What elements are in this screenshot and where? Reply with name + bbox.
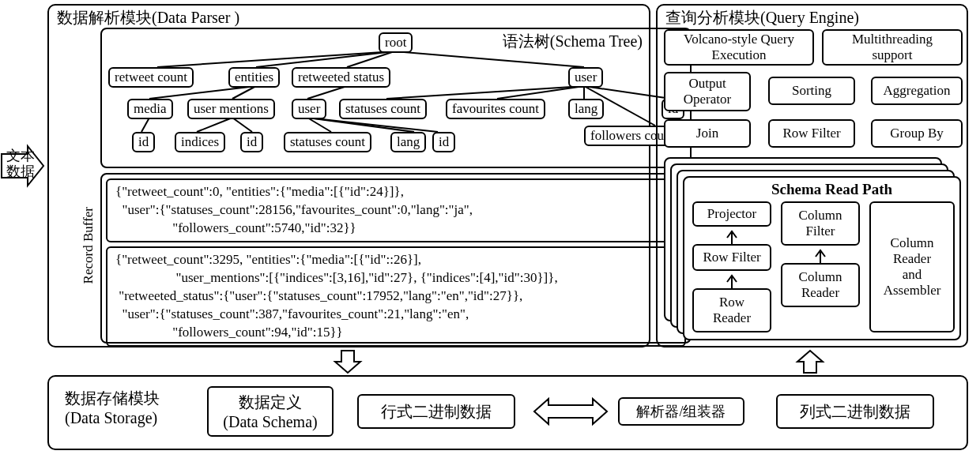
svg-line-1 [256, 51, 394, 67]
row-filter2-box: Row Filter [692, 244, 771, 271]
node-id2: id [240, 132, 263, 152]
input-arrow: 文本 数据 [0, 142, 47, 193]
bidir-arrow [531, 394, 610, 429]
svg-line-2 [347, 51, 394, 67]
sorting-box: Sorting [768, 77, 855, 105]
node-lang: lang [568, 99, 604, 119]
column-reader-assembler-box: Column Reader and Assembler [869, 201, 955, 332]
row-reader-box: Row Reader [692, 288, 771, 332]
node-id3: id [432, 132, 455, 152]
arrow-up-1 [726, 228, 738, 244]
group-by-box: Group By [871, 119, 963, 148]
svg-line-17 [307, 118, 438, 132]
schema-read-path-stack: Schema Read Path Projector Row Filter Ro… [664, 157, 963, 340]
node-id1: id [132, 132, 155, 152]
node-retweeted-status: retweeted status [292, 67, 390, 88]
row-binary-box: 行式二进制数据 [357, 394, 515, 429]
query-engine-panel: 查询分析模块(Query Engine) Volcano-style Query… [656, 4, 968, 347]
schema-tree-panel: 语法树(Schema Tree) [100, 28, 692, 168]
svg-line-13 [197, 118, 232, 132]
schema-en: (Data Schema) [223, 413, 317, 431]
node-statuses-count2: statuses count [284, 132, 371, 152]
data-storage-panel: 数据存储模块 (Data Storage) 数据定义 (Data Schema)… [47, 375, 968, 450]
record-buffer-label: Record Buffer [81, 207, 96, 284]
node-user: user [568, 67, 603, 88]
row-filter-box: Row Filter [768, 119, 855, 148]
arrow-up-query [794, 349, 826, 374]
node-root: root [379, 32, 413, 53]
arrow-up-2 [726, 272, 738, 288]
schema-tree-title: 语法树(Schema Tree) [503, 31, 643, 52]
column-filter-box: Column Filter [781, 201, 860, 246]
node-statuses-count: statuses count [339, 99, 427, 119]
parser-title: 数据解析模块(Data Parser ) [57, 7, 239, 28]
svg-line-7 [386, 86, 584, 99]
json-record-1: {"retweet_count":0, "entities":{"media":… [106, 178, 686, 242]
node-indices: indices [175, 132, 225, 152]
svg-line-15 [307, 118, 331, 132]
query-title: 查询分析模块(Query Engine) [665, 7, 859, 28]
node-entities: entities [228, 67, 280, 88]
column-reader-box: Column Reader [781, 263, 860, 307]
storage-title-en: (Data Storage) [65, 409, 160, 427]
input-label: 文本 数据 [6, 148, 35, 180]
node-media: media [127, 99, 173, 119]
svg-line-14 [232, 118, 252, 132]
arrow-down-parser [332, 349, 364, 374]
node-retweet-count: retweet count [108, 67, 194, 88]
schema-cn: 数据定义 [239, 392, 302, 413]
parser-assembler-box: 解析器/组装器 [618, 397, 744, 426]
output-operator-box: Output Operator [664, 72, 751, 111]
storage-title-cn: 数据存储模块 [65, 388, 160, 409]
multithreading-box: Multithreading support [822, 29, 963, 66]
record-buffer-panel: {"retweet_count":0, "entities":{"media":… [100, 173, 692, 344]
svg-line-0 [157, 51, 394, 67]
col-binary-box: 列式二进制数据 [776, 394, 934, 429]
node-user-mentions: user mentions [187, 99, 275, 119]
svg-line-6 [307, 86, 347, 99]
node-lang2: lang [390, 132, 426, 152]
aggregation-box: Aggregation [871, 77, 963, 105]
projector-box: Projector [692, 201, 771, 227]
svg-line-5 [232, 86, 256, 99]
svg-line-4 [149, 86, 256, 99]
node-user2: user [292, 99, 326, 119]
data-parser-panel: 数据解析模块(Data Parser ) 语法树(Schema Tree) [47, 4, 650, 347]
arrow-up-3 [814, 247, 827, 263]
svg-line-16 [307, 118, 414, 132]
join-box: Join [664, 119, 751, 148]
node-favourites-count: favourites count [446, 99, 545, 119]
svg-line-12 [141, 118, 149, 132]
schema-read-path-title: Schema Read Path [771, 181, 892, 198]
volcano-box: Volcano-style Query Execution [664, 29, 814, 66]
svg-line-3 [394, 51, 584, 67]
svg-line-8 [497, 86, 584, 99]
json-record-2: {"retweet_count":3295, "entities":{"medi… [106, 246, 686, 347]
